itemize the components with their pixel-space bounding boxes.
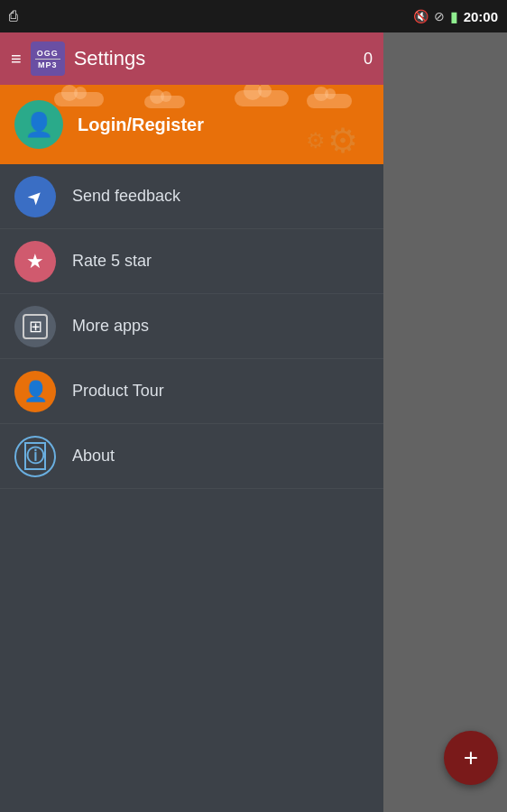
block-icon: ⊘: [434, 9, 445, 23]
avatar-icon: 👤: [24, 111, 53, 139]
about-icon: ⓘ: [24, 442, 46, 470]
about-label: About: [72, 447, 115, 466]
usb-icon: ⎙: [9, 8, 18, 24]
gear-icon-small: ⚙: [306, 128, 326, 153]
menu-item-rate[interactable]: ★ Rate 5 star: [0, 229, 383, 294]
rate-label: Rate 5 star: [72, 252, 152, 271]
tour-icon: 👤: [23, 380, 48, 403]
toolbar: ≡ OGG MP3 Settings 0: [0, 32, 383, 85]
more-icon: ⊞: [23, 314, 48, 339]
logo-text-bottom: MP3: [38, 60, 58, 69]
menu-item-more[interactable]: ⊞ More apps: [0, 294, 383, 359]
menu-item-about[interactable]: ⓘ About: [0, 424, 383, 489]
logo-text-top: OGG: [37, 49, 59, 58]
hamburger-icon[interactable]: ≡: [11, 49, 22, 69]
login-text: Login/Register: [78, 115, 204, 135]
tour-label: Product Tour: [72, 382, 164, 401]
status-time: 20:00: [464, 9, 498, 24]
cloud-deco-3: [235, 90, 289, 106]
status-bar: ⎙ 🔇 ⊘ ▮ 20:00: [0, 0, 507, 32]
cloud-deco-4: [307, 94, 352, 108]
tour-icon-wrap: 👤: [14, 371, 56, 412]
menu-list: ➤ Send feedback ★ Rate 5 star ⊞ More app…: [0, 164, 383, 489]
more-label: More apps: [72, 317, 149, 336]
cloud-deco-1: [54, 92, 104, 106]
logo-divider: [35, 59, 60, 60]
rate-icon-wrap: ★: [14, 241, 56, 282]
gear-icon-large: ⚙: [327, 121, 358, 161]
menu-item-feedback[interactable]: ➤ Send feedback: [0, 164, 383, 229]
fab-icon: +: [464, 743, 478, 772]
more-icon-wrap: ⊞: [14, 306, 56, 347]
menu-item-tour[interactable]: 👤 Product Tour: [0, 359, 383, 424]
toolbar-badge: 0: [364, 50, 373, 69]
status-bar-right: 🔇 ⊘ ▮ 20:00: [413, 8, 498, 25]
login-avatar: 👤: [14, 100, 63, 149]
rate-icon: ★: [26, 250, 44, 273]
login-banner[interactable]: ⚙ ⚙ 👤 Login/Register: [0, 85, 383, 164]
app-logo: OGG MP3: [31, 42, 65, 76]
status-bar-left: ⎙: [9, 8, 18, 24]
battery-icon: ▮: [450, 8, 458, 25]
feedback-icon-wrap: ➤: [14, 176, 56, 217]
toolbar-title: Settings: [74, 47, 364, 70]
fab-button[interactable]: +: [444, 731, 498, 785]
feedback-label: Send feedback: [72, 187, 180, 206]
mute-icon: 🔇: [413, 9, 429, 23]
right-panel: +: [383, 32, 507, 812]
about-icon-wrap: ⓘ: [14, 436, 56, 477]
main-panel: ≡ OGG MP3 Settings 0 ⚙ ⚙ 👤: [0, 32, 383, 812]
cloud-deco-2: [144, 96, 185, 108]
feedback-icon: ➤: [23, 183, 49, 209]
